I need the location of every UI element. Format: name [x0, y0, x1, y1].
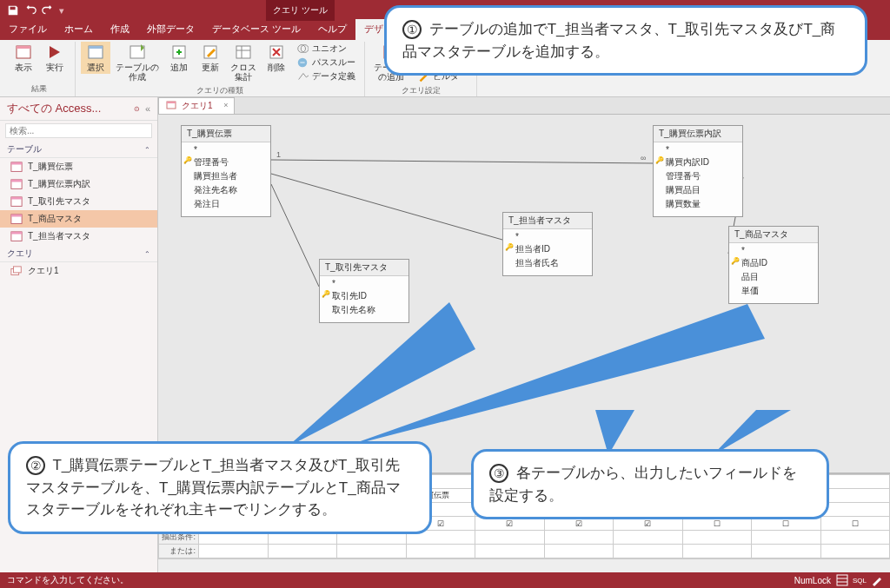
table-box[interactable]: T_購買伝票内訳*購買内訳ID管理番号購買品目購買数量 [653, 125, 743, 217]
update-icon [202, 43, 219, 61]
annotation-text: 各テーブルから、出力したいフィールドを設定する。 [489, 465, 797, 504]
svg-rect-32 [167, 102, 176, 103]
document-tab[interactable]: クエリ1 × [158, 97, 235, 114]
dropdown-icon[interactable]: ⊙ [134, 105, 140, 113]
ribbon-tab[interactable]: ホーム [56, 19, 102, 40]
datadef-icon [296, 70, 309, 83]
grid-cell[interactable] [199, 545, 269, 558]
ribbon-button-passthrough[interactable]: パススルー [293, 56, 359, 69]
nav-category[interactable]: テーブル⌃ [0, 141, 157, 158]
grid-cell[interactable] [614, 531, 683, 545]
status-numlock: NumLock [794, 576, 831, 585]
annotation-text: テーブルの追加でT_担当者マスタ、T_取引先マスタ及びT_商品マスタテーブルを追… [402, 21, 835, 60]
ribbon-button-delete[interactable]: 削除 [262, 42, 291, 74]
grid-cell[interactable] [475, 545, 545, 558]
grid-cell[interactable] [268, 545, 337, 558]
grid-cell[interactable] [682, 545, 752, 558]
query-icon [10, 266, 23, 276]
table-box[interactable]: T_取引先マスタ*取引先ID取引先名称 [319, 259, 409, 323]
crosstab-icon [235, 43, 252, 61]
nav-search-input[interactable] [5, 123, 152, 138]
nav-pane-title[interactable]: すべての Access... [7, 101, 134, 116]
svg-rect-20 [11, 162, 22, 165]
ribbon-tab[interactable]: 外部データ [138, 19, 203, 40]
ribbon-button-select[interactable]: 選択 [81, 42, 110, 74]
table-icon [10, 162, 23, 172]
ribbon-tab[interactable]: データベース ツール [203, 19, 309, 40]
nav-item[interactable]: T_購買伝票内訳 [0, 175, 157, 193]
delete-icon [268, 43, 285, 61]
datasheet-view-icon[interactable] [836, 574, 848, 586]
union-icon [296, 43, 309, 55]
redo-icon[interactable] [42, 4, 54, 17]
grid-cell[interactable] [820, 503, 890, 517]
svg-line-36 [271, 174, 502, 240]
query-icon [166, 100, 176, 112]
passthrough-icon [296, 56, 309, 69]
ribbon-button-append[interactable]: 追加 [164, 42, 194, 74]
table-box[interactable]: T_購買伝票*管理番号購買担当者発注先名称発注日 [181, 125, 271, 217]
svg-rect-28 [11, 232, 22, 235]
nav-category[interactable]: クエリ⌃ [0, 245, 157, 262]
ribbon-button-union[interactable]: ユニオン [293, 42, 359, 56]
grid-cell[interactable]: ☐ [820, 517, 890, 531]
grid-cell[interactable] [406, 545, 475, 558]
svg-rect-24 [11, 197, 22, 200]
nav-item[interactable]: T_購買伝票 [0, 158, 157, 175]
grid-cell[interactable] [544, 545, 614, 558]
ribbon-button-maketable[interactable]: テーブルの作成 [112, 42, 163, 83]
save-icon[interactable] [7, 4, 19, 17]
ribbon-tab[interactable]: 作成 [102, 19, 138, 40]
sql-view-icon[interactable]: SQL [853, 574, 866, 586]
nav-item[interactable]: T_担当者マスタ [0, 228, 157, 245]
run-icon [46, 43, 63, 61]
table-icon [10, 214, 23, 224]
table-box[interactable]: T_担当者マスタ*担当者ID担当者氏名 [502, 212, 593, 276]
nav-item[interactable]: クエリ1 [0, 262, 157, 280]
grid-cell[interactable] [475, 531, 545, 545]
grid-cell[interactable] [752, 531, 821, 545]
annotation-2: ② T_購買伝票テーブルとT_担当者マスタ及びT_取引先マスタテーブルを、T_購… [8, 441, 432, 534]
maketable-icon [129, 43, 146, 61]
annotation-number: ② [26, 456, 45, 475]
relationship-diagram[interactable]: 1∞ T_購買伝票*管理番号購買担当者発注先名称発注日T_取引先マスタ*取引先I… [158, 115, 890, 472]
table-icon [10, 179, 23, 189]
annotation-1: ① テーブルの追加でT_担当者マスタ、T_取引先マスタ及びT_商品マスタテーブル… [384, 5, 867, 76]
ribbon-button-update[interactable]: 更新 [196, 42, 225, 74]
svg-line-33 [271, 160, 653, 163]
undo-icon[interactable] [24, 4, 37, 17]
ribbon-tab[interactable]: ファイル [0, 19, 56, 40]
collapse-icon[interactable]: « [145, 103, 150, 114]
grid-cell[interactable] [337, 545, 407, 558]
ribbon-button-datadef[interactable]: データ定義 [293, 69, 359, 83]
ribbon-button-datasheet[interactable]: 表示 [9, 42, 38, 74]
grid-cell[interactable] [820, 475, 890, 489]
ribbon-tab[interactable]: ヘルプ [309, 19, 355, 40]
nav-item[interactable]: T_商品マスタ [0, 210, 157, 228]
close-icon[interactable]: × [223, 101, 228, 109]
design-view-icon[interactable] [871, 574, 883, 586]
grid-cell[interactable] [544, 531, 614, 545]
svg-text:1: 1 [276, 150, 281, 159]
quick-access-toolbar: ▾ [0, 4, 64, 17]
table-box[interactable]: T_商品マスタ*商品ID品目単価 [728, 226, 819, 304]
datasheet-icon [15, 43, 32, 61]
contextual-tab-label: クエリ ツール [266, 0, 335, 21]
grid-cell[interactable] [820, 545, 890, 558]
status-bar: コマンドを入力してください。 NumLock SQL [0, 572, 890, 588]
annotation-text: T_購買伝票テーブルとT_担当者マスタ及びT_取引先マスタテーブルを、T_購買伝… [26, 457, 401, 518]
grid-cell[interactable] [820, 489, 890, 503]
svg-rect-8 [236, 46, 250, 58]
grid-cell[interactable] [752, 545, 821, 558]
annotation-number: ③ [489, 464, 508, 483]
table-icon [10, 231, 23, 241]
document-tab-label: クエリ1 [182, 100, 213, 112]
svg-rect-2 [17, 46, 30, 49]
grid-cell[interactable] [614, 545, 683, 558]
ribbon-button-run[interactable]: 実行 [40, 42, 70, 74]
grid-cell[interactable] [682, 531, 752, 545]
nav-item[interactable]: T_取引先マスタ [0, 193, 157, 210]
svg-rect-30 [14, 267, 22, 273]
grid-cell[interactable] [820, 531, 890, 545]
ribbon-button-crosstab[interactable]: クロス集計 [227, 42, 260, 83]
